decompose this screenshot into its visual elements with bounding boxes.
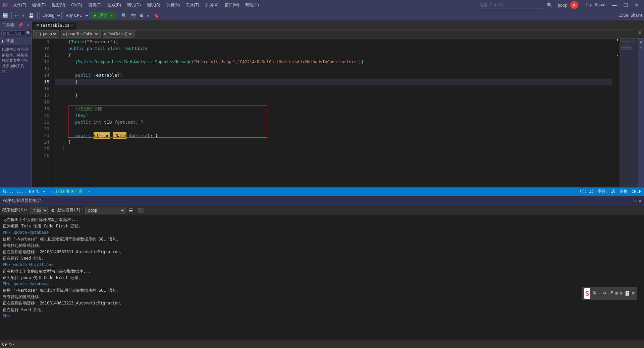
sogou-box[interactable]: ⊠ (620, 290, 623, 297)
sogou-lang[interactable]: 英 (592, 290, 597, 297)
linenum-17: 17 (40, 92, 49, 99)
menu-edit[interactable]: 编辑(E) (30, 2, 48, 9)
menu-analyze[interactable]: 分析(N) (164, 2, 183, 9)
bottom-zoom-dropdown-icon[interactable]: ▾ (12, 342, 15, 347)
grid-btn[interactable]: ⊞ (139, 12, 144, 19)
pkg-source-select[interactable]: 全部 (30, 207, 48, 214)
code-line-17: } (55, 92, 612, 99)
menu-help[interactable]: 帮助(H) (243, 2, 262, 9)
code-line-14: public TestTable() (55, 72, 612, 79)
menu-extensions[interactable]: 扩展(X) (203, 2, 221, 9)
zoom-dropdown-icon[interactable]: ▾ (43, 189, 45, 194)
vs-logo: M (3, 2, 8, 9)
toolbox-category[interactable]: ▲ 常规 (0, 37, 32, 45)
split-editor-icon[interactable]: ⊞ (637, 30, 643, 38)
menu-view[interactable]: 视图(V) (49, 2, 68, 9)
minimize-btn[interactable]: — (609, 2, 620, 8)
menu-build[interactable]: 生成(B) (105, 2, 124, 9)
debug-config-select[interactable]: Debug (40, 12, 62, 19)
nav-arrow[interactable]: → (88, 189, 90, 194)
cursor-btn[interactable]: ↔ (146, 12, 151, 19)
menu-tools[interactable]: 工具(T) (183, 2, 202, 9)
undo-btn[interactable]: ↩ (14, 12, 19, 19)
pkg-source-label: 程序包源(K): (2, 207, 28, 213)
menu-project[interactable]: 项目(P) (86, 2, 104, 9)
toolbox-pin-icon[interactable]: 📌 (18, 23, 23, 27)
code-line-9: [Table("Province")] (55, 39, 612, 45)
live-share-toolbar[interactable]: Live Share (619, 13, 643, 18)
editor-tab-testtable[interactable]: C# TestTable.cs ✕ (32, 21, 76, 29)
pm-settings-icon[interactable]: ⚙ (50, 207, 55, 214)
search-toolbar-btn[interactable]: 🔍 (120, 12, 128, 19)
maximize-btn[interactable]: ❐ (621, 2, 631, 8)
menu-file[interactable]: 文件(F) (10, 2, 29, 9)
sogou-menu[interactable]: ≡ (632, 290, 635, 297)
pm-list-icon[interactable]: ☰ (127, 207, 135, 214)
start-btn[interactable]: ▶ 启动 ▾ (91, 12, 116, 19)
namespace-select[interactable]: poop (42, 31, 57, 37)
pm-output-line-3: 使用 "-Verbose" 标志以查看应用于目标数据库的 SQL 语句。 (3, 236, 641, 242)
toolbox-sidebar: 工具箱 📌 ✕ 🔍 ▲ 常规 此组中没有可用的控件。将某项拖至此文本可将其添加到… (0, 21, 32, 187)
linenum-13: 13 (40, 65, 49, 72)
menu-window[interactable]: 窗口(W) (222, 2, 242, 9)
default-project-label: 默认项目(J): (57, 207, 83, 213)
close-btn[interactable]: ✕ (632, 2, 641, 8)
sogou-mic[interactable]: 🎤 (608, 290, 613, 297)
redo-btn[interactable]: ↪ (20, 12, 26, 19)
class-dropdown[interactable]: ◈ poop.TestTable (61, 30, 101, 38)
linenum-12: 12 (40, 59, 49, 65)
zoom-level[interactable]: 69 % (29, 189, 39, 194)
zoom-left-2: I... (17, 189, 26, 194)
panel-float-icon[interactable]: ⊟ (634, 198, 637, 203)
class-select[interactable]: poop.TestTable (65, 31, 99, 37)
pm-stop-icon[interactable]: ⬛ (137, 207, 145, 214)
avatar-area: JL (570, 1, 578, 9)
code-line-23: public string tName { get; set; } (55, 132, 612, 139)
gutter-18 (32, 99, 37, 106)
bottom-panel-title: 程序包管理器控制台 (3, 198, 42, 204)
menu-debug[interactable]: 调试(D) (124, 2, 144, 9)
gutter-9 (32, 39, 37, 45)
new-file-btn[interactable]: 🆕 (1, 12, 9, 19)
code-line-13 (55, 65, 612, 72)
right-sidebar-btn-2[interactable]: ⊞ (639, 46, 644, 51)
sogou-card[interactable]: 🃏 (625, 290, 630, 297)
toolbox-search-input[interactable] (1, 30, 25, 36)
code-content[interactable]: [Table("Province")] public partial class… (52, 39, 615, 187)
menu-test[interactable]: 测试(S) (144, 2, 163, 9)
code-editor[interactable]: 9 10 11 12 13 14 15 16 17 18 19 20 21 22… (32, 39, 644, 187)
package-manager-console[interactable]: 此在框出上个人的目标处与双拼双标准... 正为项目 Tets 使用 Code F… (0, 215, 644, 340)
code-line-20: [Key] (55, 112, 612, 119)
method-select[interactable]: TestTable() (106, 31, 133, 37)
bookmark-btn[interactable]: 🔖 (152, 12, 160, 19)
linenum-16: 16 (40, 85, 49, 92)
linenum-25: 25 (40, 146, 49, 152)
class-icon: ◈ (63, 32, 65, 36)
method-dropdown[interactable]: ⊕ TestTable() (103, 30, 135, 38)
sogou-grid[interactable]: ⊞ (615, 290, 618, 297)
code-line-16 (55, 85, 612, 92)
editor-scrollbar[interactable] (615, 39, 620, 187)
right-sidebar-btn-1[interactable]: ≡ (639, 40, 644, 45)
status-space: 空格 (620, 189, 628, 194)
line-numbers: 9 10 11 12 13 14 15 16 17 18 19 20 21 22… (37, 39, 52, 187)
sogou-emoji[interactable]: ☺ (603, 290, 606, 297)
pm-output-line-2: PM> update-database (3, 229, 641, 236)
toolbox-close-icon[interactable]: ✕ (27, 23, 30, 27)
bottom-zoom-level[interactable]: 69 % (2, 342, 12, 347)
cpu-config-select[interactable]: Any CPU (63, 12, 90, 19)
panel-close-icon[interactable]: ✕ (639, 198, 641, 203)
default-project-select[interactable]: poop (85, 207, 125, 214)
camera-btn[interactable]: 📷 (129, 12, 138, 19)
linenum-10: 10 (40, 45, 49, 52)
live-share-btn[interactable]: Live Share (584, 2, 608, 8)
tab-filename: TestTable.cs (40, 23, 69, 28)
menu-git[interactable]: Git(G) (68, 2, 85, 8)
tab-close-icon[interactable]: ✕ (71, 23, 73, 27)
linenum-18: 18 (40, 99, 49, 106)
save-btn[interactable]: 💾 (27, 12, 35, 19)
code-line-19: //想加的字段 (55, 106, 612, 112)
title-search-input[interactable] (477, 2, 544, 8)
sogou-dot[interactable]: · (599, 290, 601, 297)
namespace-dropdown[interactable]: { } poop (33, 30, 59, 38)
